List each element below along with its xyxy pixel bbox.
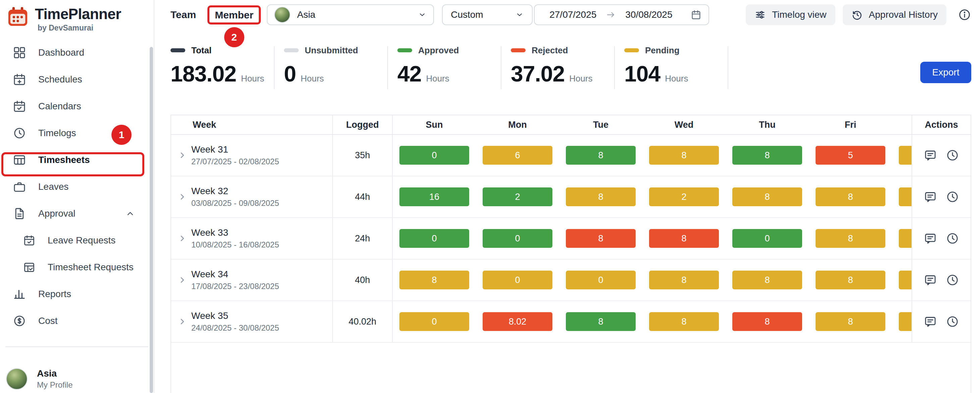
clock-icon[interactable] <box>946 190 959 204</box>
day-hours-cell[interactable]: 0 <box>483 271 552 289</box>
clock-icon[interactable] <box>946 149 959 162</box>
clock-icon[interactable] <box>946 232 959 245</box>
sidebar-scrollbar[interactable] <box>150 47 153 393</box>
stat-pending: Pending 104 Hours <box>624 45 718 86</box>
stat-label: Rejected <box>531 45 568 55</box>
stat-divider <box>501 46 501 89</box>
day-hours-cell[interactable]: 0 <box>399 146 469 165</box>
sidebar: TimePlanner by DevSamurai Dashboard Sche… <box>0 0 154 393</box>
clock-icon[interactable] <box>946 315 959 328</box>
day-hours-cell[interactable]: 6 <box>483 146 552 165</box>
stat-label: Unsubmitted <box>305 45 358 55</box>
day-hours-cell[interactable]: 8 <box>816 312 885 331</box>
day-hours-cell[interactable] <box>899 229 912 248</box>
day-hours-cell[interactable]: 16 <box>399 187 469 206</box>
period-select[interactable]: Custom <box>442 4 533 25</box>
sidebar-item-label: Leave Requests <box>48 235 115 246</box>
sidebar-item-leaves[interactable]: Leaves <box>0 173 154 200</box>
profile-item[interactable]: Asia My Profile <box>6 368 73 390</box>
expand-chevron-icon[interactable] <box>177 317 187 326</box>
stat-unit: Hours <box>241 73 264 84</box>
day-hours-cell[interactable]: 8 <box>566 312 636 331</box>
day-hours-cell[interactable]: 0 <box>566 271 636 289</box>
expand-chevron-icon[interactable] <box>177 150 187 160</box>
sidebar-item-timesheets[interactable]: Timesheets <box>0 147 154 173</box>
chevron-up-icon[interactable] <box>126 209 135 218</box>
day-hours-cell[interactable]: 8 <box>649 271 719 289</box>
stat-approved: Approved 42 Hours <box>398 45 492 86</box>
day-hours-cell[interactable]: 8 <box>566 146 636 165</box>
table-row: Week 32 03/08/2025 - 09/08/2025 44h 16 2… <box>171 176 970 218</box>
day-hours-cell[interactable] <box>899 271 912 289</box>
day-hours-cell[interactable]: 2 <box>483 187 552 206</box>
comment-icon[interactable] <box>924 273 937 287</box>
tab-member[interactable]: Member <box>215 10 253 21</box>
stat-value: 0 <box>284 62 296 86</box>
sidebar-item-dashboard[interactable]: Dashboard <box>0 39 154 66</box>
comment-icon[interactable] <box>924 232 937 245</box>
sidebar-item-leave-requests[interactable]: Leave Requests <box>0 227 154 254</box>
expand-chevron-icon[interactable] <box>177 192 187 202</box>
annotation-step-2: 2 <box>224 27 244 47</box>
info-icon[interactable] <box>958 8 971 21</box>
schedules-icon <box>13 73 26 86</box>
day-hours-cell[interactable]: 0 <box>399 312 469 331</box>
comment-icon[interactable] <box>924 315 937 328</box>
day-hours-cell[interactable]: 8.02 <box>483 312 552 331</box>
day-hours-cell[interactable]: 8 <box>566 187 636 206</box>
expand-chevron-icon[interactable] <box>177 275 187 285</box>
day-hours-cell[interactable] <box>899 312 912 331</box>
clock-icon[interactable] <box>946 273 959 287</box>
main-content: Team Member 2 Asia Custom 27/07/2025 30/… <box>154 0 980 393</box>
day-hours-cell[interactable]: 8 <box>732 312 802 331</box>
sidebar-item-calendars[interactable]: Calendars <box>0 93 154 120</box>
day-hours-cell[interactable]: 0 <box>399 229 469 248</box>
date-to[interactable]: 30/08/2025 <box>625 10 672 20</box>
history-icon <box>851 9 863 21</box>
day-hours-cell[interactable] <box>899 187 912 206</box>
sidebar-item-schedules[interactable]: Schedules <box>0 66 154 93</box>
expand-chevron-icon[interactable] <box>177 233 187 244</box>
member-select[interactable]: Asia <box>267 4 434 25</box>
sidebar-item-label: Approval <box>38 208 75 219</box>
day-hours-cell[interactable]: 8 <box>399 271 469 289</box>
sidebar-item-reports[interactable]: Reports <box>0 280 154 307</box>
sidebar-item-timesheet-requests[interactable]: Timesheet Requests <box>0 254 154 280</box>
day-hours-cell[interactable]: 2 <box>649 187 719 206</box>
sidebar-item-label: Timesheets <box>38 155 90 165</box>
timelog-view-button[interactable]: Timelog view <box>746 4 835 25</box>
day-hours-cell[interactable]: 8 <box>649 146 719 165</box>
day-hours-cell[interactable] <box>899 146 912 165</box>
table-icon <box>13 153 26 166</box>
day-hours-cell[interactable]: 0 <box>483 229 552 248</box>
document-icon <box>13 207 26 220</box>
sliders-icon <box>754 9 766 21</box>
day-hours-cell[interactable]: 8 <box>732 187 802 206</box>
tab-team[interactable]: Team <box>170 9 196 21</box>
date-from[interactable]: 27/07/2025 <box>549 10 597 20</box>
stat-rejected: Rejected 37.02 Hours <box>511 45 605 86</box>
day-hours-cell[interactable]: 8 <box>816 187 885 206</box>
comment-icon[interactable] <box>924 190 937 204</box>
date-range-picker[interactable]: 27/07/2025 30/08/2025 <box>534 4 709 25</box>
day-hours-cell[interactable]: 8 <box>649 312 719 331</box>
stat-value: 104 <box>624 62 660 86</box>
day-hours-cell[interactable]: 8 <box>816 271 885 289</box>
day-hours-cell[interactable]: 5 <box>816 146 885 165</box>
day-hours-cell[interactable]: 0 <box>732 229 802 248</box>
day-hours-cell[interactable]: 8 <box>732 146 802 165</box>
comment-icon[interactable] <box>924 149 937 162</box>
export-button[interactable]: Export <box>920 62 971 83</box>
day-hours-cell[interactable]: 8 <box>566 229 636 248</box>
calendar-icon[interactable] <box>690 9 702 21</box>
sheet-check-icon <box>23 261 36 274</box>
day-hours-cell[interactable]: 8 <box>816 229 885 248</box>
sidebar-item-approval[interactable]: Approval <box>0 200 154 227</box>
day-hours-cell[interactable]: 8 <box>649 229 719 248</box>
app-logo[interactable]: TimePlanner by DevSamurai <box>0 0 154 33</box>
timesheet-table: Week Logged Sun Mon Tue Wed Thu Fri Acti… <box>170 115 971 393</box>
sidebar-item-cost[interactable]: Cost <box>0 307 154 334</box>
day-hours-cell[interactable]: 8 <box>732 271 802 289</box>
approval-history-button[interactable]: Approval History <box>843 4 947 25</box>
timeplanner-app: TimePlanner by DevSamurai Dashboard Sche… <box>0 0 980 393</box>
